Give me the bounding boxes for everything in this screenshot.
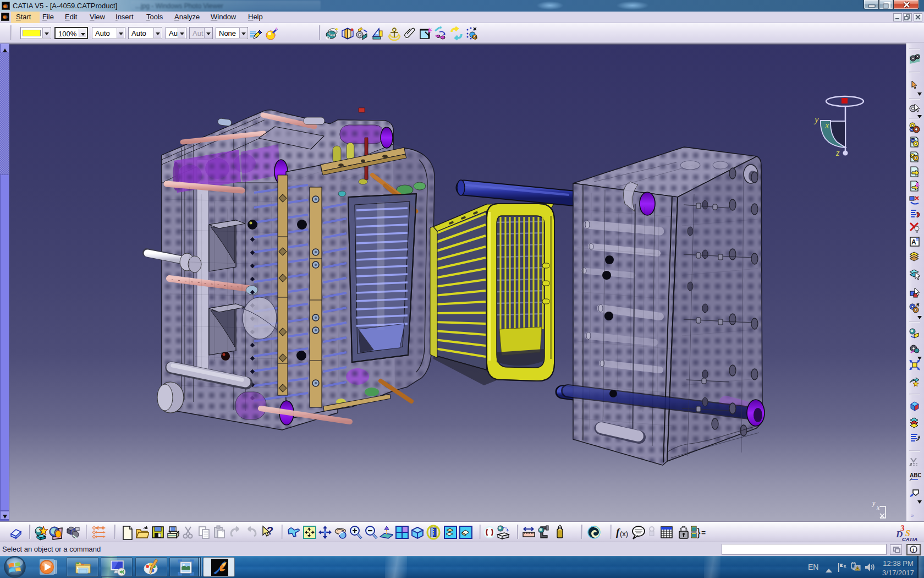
svg-text:x: x <box>824 120 829 130</box>
svg-text:?: ? <box>267 525 273 537</box>
svg-text:ABC: ABC <box>910 472 921 478</box>
svg-text:y: y <box>872 499 876 507</box>
svg-text:i: i <box>912 547 914 553</box>
svg-text:A: A <box>911 238 916 246</box>
svg-text:}: } <box>697 526 701 538</box>
svg-text:=: = <box>701 528 706 537</box>
svg-text:(x): (x) <box>620 530 628 538</box>
svg-text:z: z <box>835 148 840 158</box>
svg-text:y: y <box>813 114 819 124</box>
svg-text:x: x <box>876 504 880 511</box>
